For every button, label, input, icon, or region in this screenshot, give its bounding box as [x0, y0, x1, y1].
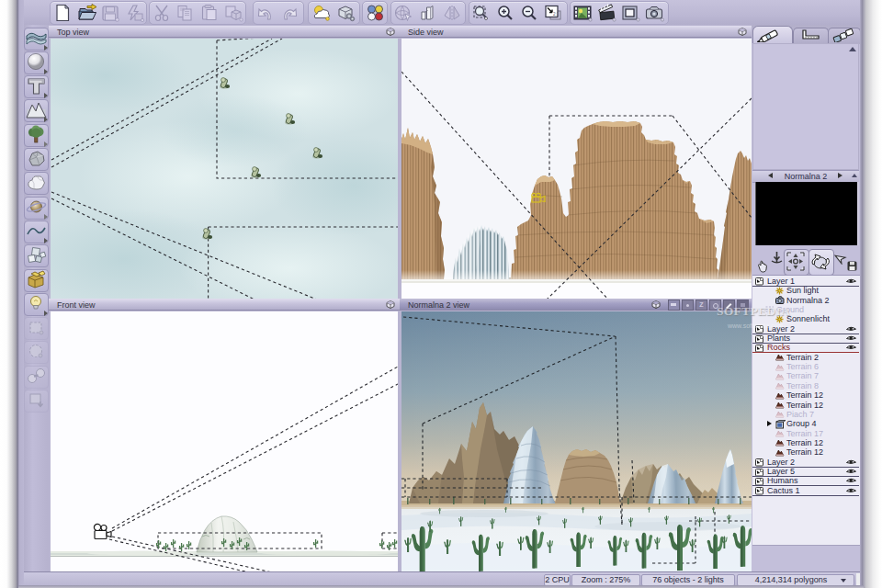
svg-text:2:1: 2:1 — [553, 12, 560, 17]
